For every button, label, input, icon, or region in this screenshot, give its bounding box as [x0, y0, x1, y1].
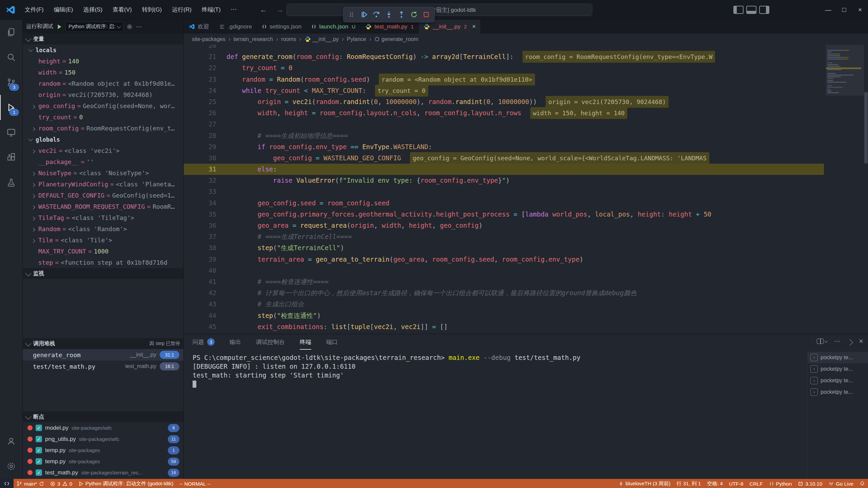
- breadcrumb-item[interactable]: Pylance: [347, 36, 366, 42]
- breakpoint-row[interactable]: ✓model.pysite-packages\wfc6: [23, 422, 183, 433]
- checkbox-checked-icon[interactable]: ✓: [36, 436, 42, 442]
- code-line[interactable]: 32 raise ValueError(f"Invalid env type: …: [184, 175, 824, 186]
- variables-section-header[interactable]: 变量: [23, 34, 183, 44]
- menu-overflow[interactable]: ⋯: [226, 4, 241, 15]
- breakpoint-row[interactable]: ✓png_utils.pysite-packages\wfc11: [23, 433, 183, 445]
- menu-item-2[interactable]: 选择(S): [79, 4, 107, 15]
- code-line[interactable]: 41 # ====检查连通性====: [184, 276, 824, 287]
- menu-item-4[interactable]: 转到(G): [138, 4, 166, 15]
- statusbar-python-version[interactable]: 3.10.10: [795, 479, 825, 488]
- statusbar-cursor-position[interactable]: 行 31, 列 1: [673, 479, 704, 488]
- statusbar-problems[interactable]: 30: [47, 479, 75, 488]
- activity-remote-explorer[interactable]: [0, 120, 22, 145]
- code-line[interactable]: 37 # ====生成TerrainCell====: [184, 231, 824, 242]
- variables-group-globals[interactable]: globals: [23, 134, 183, 145]
- variable-row[interactable]: room_config = RoomRequestConfig(env_t…: [23, 123, 183, 134]
- variable-row[interactable]: try_count = 0: [23, 111, 183, 123]
- step-out-button[interactable]: [397, 10, 406, 19]
- panel-tab-调试控制台[interactable]: 调试控制台: [256, 334, 285, 350]
- activity-testing[interactable]: [0, 170, 22, 195]
- step-out-icon[interactable]: [397, 11, 406, 19]
- call-stack-section-header[interactable]: 调用堆栈 因 step 已暂停: [23, 338, 183, 349]
- code-line[interactable]: 34 geo_config.seed = room_config.seed: [184, 198, 824, 209]
- stop-icon[interactable]: [422, 11, 430, 19]
- variable-row[interactable]: Tile = <class 'Tile'>: [23, 235, 183, 246]
- stack-frame[interactable]: test/test_math.pytest_math.py16:1: [23, 361, 183, 372]
- statusbar-notifications[interactable]: [856, 479, 868, 488]
- breadcrumb-item[interactable]: __init__.py: [304, 36, 339, 42]
- start-debug-button[interactable]: [56, 24, 62, 30]
- code-line[interactable]: 25 origin = vec2i(random.randint(0, 1000…: [184, 96, 824, 107]
- checkbox-checked-icon[interactable]: ✓: [36, 458, 42, 465]
- terminal-instance[interactable]: ›pocketpy te...: [808, 386, 868, 398]
- code-line[interactable]: 26 width, height = room_config.layout.n_…: [184, 107, 824, 119]
- gear-icon[interactable]: [126, 24, 133, 30]
- statusbar-git-commit[interactable]: blueloveTH (3 周前): [615, 479, 674, 488]
- code-line[interactable]: 29 if room_config.env_type == EnvType.WA…: [184, 141, 824, 152]
- minimap[interactable]: [826, 45, 864, 334]
- statusbar-go-live[interactable]: Go Live: [825, 479, 856, 488]
- code-line[interactable]: 31▶ else:: [184, 164, 824, 175]
- code-line[interactable]: 42 # 计算每一个出口的中心，然后使用astar生成路径，确保每一个出口组合都…: [184, 287, 824, 299]
- code-line[interactable]: 22 try_count = 0: [184, 62, 824, 74]
- command-center-search[interactable]: [扩展开发宿主] godot-ldtk: [287, 4, 592, 16]
- stop-button[interactable]: [422, 10, 431, 19]
- code-line[interactable]: 44 step("检查连通性"): [184, 310, 824, 321]
- code-line[interactable]: 33: [184, 186, 824, 197]
- toggle-secondary-sidebar-icon[interactable]: [759, 6, 769, 14]
- panel-tab-输出[interactable]: 输出: [230, 334, 241, 350]
- continue-icon[interactable]: [360, 11, 368, 19]
- panel-tab-端口[interactable]: 端口: [326, 334, 338, 350]
- step-over-icon[interactable]: [372, 11, 380, 19]
- statusbar-debug-session[interactable]: Python 调试程序: 启动文件 (godot-ldtk): [75, 479, 176, 488]
- minimize-button[interactable]: —: [820, 0, 836, 19]
- toggle-sidebar-icon[interactable]: [733, 6, 744, 14]
- breadcrumb-item[interactable]: terrain_research: [234, 36, 273, 42]
- breadcrumb-item[interactable]: site-packages: [192, 36, 225, 42]
- menu-item-3[interactable]: 查看(V): [108, 4, 136, 15]
- step-into-button[interactable]: [384, 10, 393, 19]
- nav-forward-button[interactable]: →: [276, 5, 284, 14]
- breakpoint-row[interactable]: ✓test_math.pysite-packages\terrain_res..…: [23, 467, 183, 478]
- activity-account[interactable]: [0, 429, 22, 454]
- code-line[interactable]: 45 exit_combinations: list[tuple[vec2i, …: [184, 321, 824, 332]
- statusbar-language-mode[interactable]: Python: [766, 479, 795, 488]
- breakpoints-section-header[interactable]: 断点: [23, 411, 183, 422]
- statusbar-eol[interactable]: CRLF: [746, 479, 766, 488]
- code-line[interactable]: 21def generate_room(room_config: RoomReq…: [184, 51, 824, 62]
- more-actions-icon[interactable]: ⋯: [834, 338, 841, 345]
- terminal-instance[interactable]: ›pocketpy te...: [808, 363, 868, 375]
- watch-section-header[interactable]: 监视: [23, 268, 183, 279]
- close-icon[interactable]: ×: [472, 23, 476, 30]
- variable-row[interactable]: PlanetaryWindConfig = <class 'Planeta…: [23, 179, 183, 190]
- breakpoint-row[interactable]: ✓temp.pysite-packages58: [23, 456, 183, 467]
- terminal-instance[interactable]: ›pocketpy te...: [808, 375, 868, 386]
- more-actions-icon[interactable]: ⋯: [136, 23, 142, 30]
- variables-group-locals[interactable]: locals: [23, 44, 183, 56]
- variable-row[interactable]: random = <Random object at 0x1bf9d01e…: [23, 78, 183, 89]
- breakpoint-row[interactable]: ✓temp.pysite-packages1: [23, 445, 183, 456]
- panel-tab-终端[interactable]: 终端: [300, 334, 311, 350]
- code-line[interactable]: 28 # ====生成初始地理信息====: [184, 130, 824, 141]
- variable-row[interactable]: geo_config = GeoConfig(seed=None, wor…: [23, 100, 183, 111]
- terminal-instance[interactable]: ›pocketpy te...: [808, 352, 868, 363]
- variable-row[interactable]: origin = vec2i(7205730, 9024468): [23, 89, 183, 100]
- terminal-output[interactable]: PS C:\computer_science\godot-ldtk\site-p…: [184, 350, 807, 479]
- statusbar-vim-mode[interactable]: -- NORMAL --: [176, 479, 214, 488]
- checkbox-checked-icon[interactable]: ✓: [36, 425, 42, 431]
- statusbar-remote-indicator[interactable]: [0, 479, 14, 488]
- activity-run-debug[interactable]: 1: [0, 95, 22, 120]
- variable-row[interactable]: vec2i = <class 'vec2i'>: [23, 145, 183, 156]
- menu-item-6[interactable]: 终端(T): [197, 4, 225, 15]
- breadcrumb-item[interactable]: rooms: [281, 36, 296, 42]
- code-line[interactable]: 23 random = Random(room_config.seed)rand…: [184, 74, 824, 85]
- variable-row[interactable]: step = <function step at 0x1bf8d716d: [23, 257, 183, 268]
- tab-[interactable]: 欢迎: [184, 20, 214, 34]
- activity-search[interactable]: [0, 45, 22, 70]
- code-line[interactable]: 35 geo_config.primary_forces.geothermal_…: [184, 209, 824, 220]
- variable-row[interactable]: DEFAULT_GEO_CONFIG = GeoConfig(seed=1…: [23, 190, 183, 201]
- maximize-button[interactable]: □: [836, 0, 852, 19]
- code-editor[interactable]: 2021def generate_room(room_config: RoomR…: [184, 45, 868, 334]
- tab-settings.json[interactable]: settings.json: [257, 20, 307, 34]
- code-line[interactable]: 40: [184, 265, 824, 276]
